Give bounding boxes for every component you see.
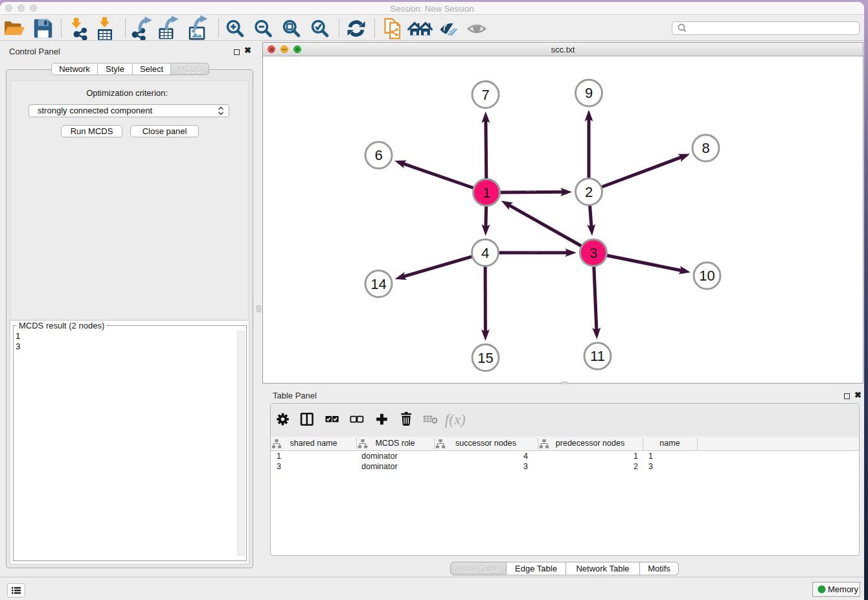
svg-text:9: 9 [585, 85, 593, 101]
svg-text:14: 14 [371, 276, 386, 292]
svg-text:1: 1 [483, 185, 490, 201]
svg-text:4: 4 [481, 245, 489, 261]
svg-text:f(x): f(x) [445, 411, 466, 428]
svg-text:15: 15 [477, 350, 493, 366]
svg-text:11: 11 [590, 348, 605, 364]
svg-text:8: 8 [702, 140, 709, 156]
svg-text:7: 7 [481, 87, 489, 103]
svg-text:10: 10 [699, 268, 714, 284]
svg-text:3: 3 [589, 245, 597, 261]
svg-text:2: 2 [585, 184, 593, 200]
svg-text:6: 6 [374, 147, 382, 163]
